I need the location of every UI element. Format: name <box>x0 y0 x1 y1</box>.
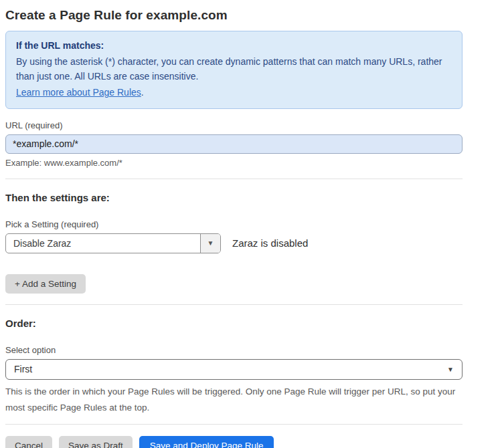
url-field-label: URL (required) <box>5 120 463 130</box>
dropdown-arrow-icon[interactable]: ▼ <box>200 234 220 253</box>
page-rule-form: Create a Page Rule for example.com If th… <box>5 8 463 448</box>
url-input[interactable] <box>5 134 463 154</box>
page-title: Create a Page Rule for example.com <box>5 8 463 23</box>
url-example-text: Example: www.example.com/* <box>5 158 463 168</box>
order-section-heading: Order: <box>5 318 463 329</box>
footer-buttons: Cancel Save as Draft Save and Deploy Pag… <box>5 436 463 448</box>
info-box-heading: If the URL matches: <box>16 39 452 53</box>
order-select-value: First <box>14 364 32 374</box>
url-match-info-box: If the URL matches: By using the asteris… <box>5 31 463 109</box>
order-select[interactable]: First ▼ <box>5 359 463 380</box>
settings-section-heading: Then the settings are: <box>5 192 463 203</box>
cancel-button[interactable]: Cancel <box>5 436 52 448</box>
pick-setting-label: Pick a Setting (required) <box>5 219 463 229</box>
divider <box>5 424 463 425</box>
order-select-label: Select option <box>5 345 463 355</box>
caret-down-icon: ▼ <box>447 366 454 373</box>
info-box-link-line: Learn more about Page Rules. <box>16 86 452 100</box>
save-as-draft-button[interactable]: Save as Draft <box>59 436 133 448</box>
divider <box>5 304 463 305</box>
divider <box>5 179 463 179</box>
save-and-deploy-button[interactable]: Save and Deploy Page Rule <box>139 436 274 448</box>
setting-status-text: Zaraz is disabled <box>232 237 308 249</box>
setting-select-value: Disable Zaraz <box>6 234 200 253</box>
order-help-text: This is the order in which your Page Rul… <box>5 384 461 417</box>
setting-row: Disable Zaraz ▼ Zaraz is disabled <box>5 233 463 253</box>
setting-select[interactable]: Disable Zaraz ▼ <box>5 233 221 253</box>
info-box-body: By using the asterisk (*) character, you… <box>16 55 451 84</box>
learn-more-link[interactable]: Learn more about Page Rules <box>16 87 141 98</box>
add-setting-button[interactable]: + Add a Setting <box>5 274 86 294</box>
link-period: . <box>141 87 144 98</box>
